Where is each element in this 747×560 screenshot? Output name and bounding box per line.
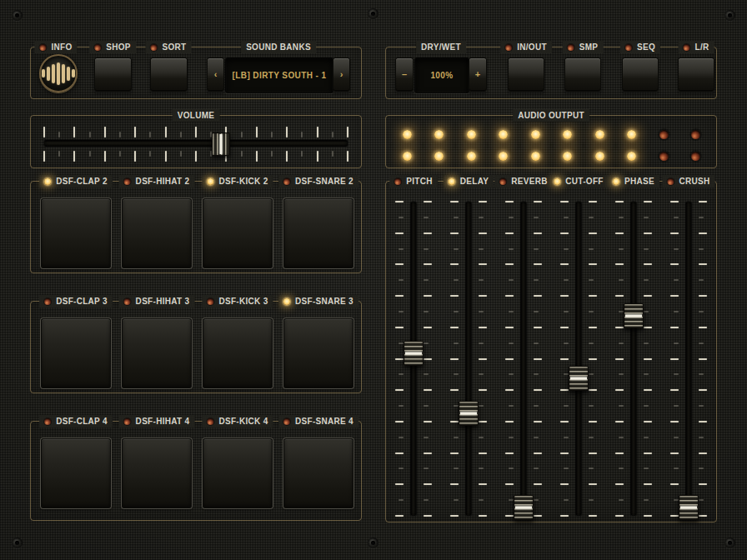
sort-led-icon xyxy=(151,44,158,51)
tick xyxy=(505,515,514,517)
volume-track[interactable] xyxy=(44,140,348,147)
tick xyxy=(619,279,624,281)
audio-output-led-icon xyxy=(403,130,412,139)
tick xyxy=(560,232,569,234)
waveform-icon xyxy=(62,64,65,83)
tick xyxy=(89,151,91,157)
minus-icon: – xyxy=(402,70,407,79)
tick xyxy=(589,389,597,391)
smp-button[interactable] xyxy=(564,58,601,92)
drum-pad[interactable] xyxy=(41,318,111,388)
drum-pad[interactable] xyxy=(203,198,273,268)
tick xyxy=(534,421,542,422)
sound-bank-prev-button[interactable]: ‹ xyxy=(207,58,224,92)
tick xyxy=(134,151,136,162)
tick xyxy=(589,437,594,438)
slider-track[interactable] xyxy=(576,202,582,516)
slider-track[interactable] xyxy=(466,202,472,516)
drum-pad[interactable] xyxy=(122,318,192,388)
tick xyxy=(509,279,514,281)
pitch-led-icon xyxy=(394,178,401,185)
tick xyxy=(450,327,459,328)
pad-group-row-4: DSF-CLAP 4DSF-HIHAT 4DSF-KICK 4DSF-SNARE… xyxy=(30,421,362,521)
pad-legend: DSF-SNARE 2 xyxy=(278,175,358,188)
tick xyxy=(43,151,45,162)
dry-wet-value: 100% xyxy=(430,71,453,80)
sort-button[interactable] xyxy=(150,58,188,92)
audio-output-led-icon xyxy=(434,130,444,139)
seq-button[interactable] xyxy=(622,58,659,92)
drum-pad[interactable] xyxy=(122,198,192,268)
pad-led-icon xyxy=(124,418,131,425)
tick xyxy=(479,405,484,407)
pad-label: DSF-KICK 4 xyxy=(218,415,268,428)
sound-bank-next-button[interactable]: › xyxy=(333,58,350,92)
volume-handle[interactable] xyxy=(212,132,230,156)
tick xyxy=(560,358,569,360)
dry-wet-plus-button[interactable]: + xyxy=(469,58,487,92)
slider-handle[interactable] xyxy=(459,401,479,426)
slider-track[interactable] xyxy=(631,202,637,516)
tick xyxy=(286,151,288,162)
slider-track[interactable] xyxy=(521,202,527,516)
in-out-button[interactable] xyxy=(508,58,544,92)
tick xyxy=(619,437,624,438)
tick xyxy=(395,421,404,422)
slider-handle[interactable] xyxy=(624,303,644,328)
waveform-icon xyxy=(47,67,50,81)
info-legend: INFO xyxy=(34,41,77,53)
tick xyxy=(454,279,459,281)
tick xyxy=(479,327,487,328)
top-right-controls-group: DRY/WET IN/OUT SMP SEQ L/R – 100% + xyxy=(385,47,717,99)
waveform-icon xyxy=(67,67,70,81)
drum-pad[interactable] xyxy=(283,318,353,388)
pad-label: DSF-HIHAT 4 xyxy=(136,415,190,428)
slider-handle[interactable] xyxy=(569,366,589,391)
slider-handle[interactable] xyxy=(514,495,534,520)
tick xyxy=(509,342,514,344)
tick xyxy=(479,201,487,202)
pad-legend: DSF-KICK 2 xyxy=(202,175,273,188)
lr-button[interactable] xyxy=(678,58,714,92)
cutoff-label: CUT-OFF xyxy=(565,175,603,188)
tick xyxy=(644,311,649,312)
tick xyxy=(479,499,484,501)
drum-pad[interactable] xyxy=(203,318,273,388)
drum-pad[interactable] xyxy=(283,438,353,508)
tick xyxy=(73,151,75,162)
slider-handle[interactable] xyxy=(404,341,424,366)
tick xyxy=(104,127,106,138)
drum-pad[interactable] xyxy=(283,198,353,268)
tick xyxy=(450,295,459,297)
dry-wet-minus-button[interactable]: – xyxy=(395,58,414,92)
tick xyxy=(589,483,597,485)
tick xyxy=(589,217,594,218)
tick xyxy=(564,437,569,438)
dry-wet-label: DRY/WET xyxy=(421,41,461,53)
tick xyxy=(399,468,404,469)
drum-pad[interactable] xyxy=(41,438,111,508)
drum-pad[interactable] xyxy=(41,198,111,268)
tick xyxy=(58,132,60,138)
tick xyxy=(256,127,258,138)
shop-button[interactable] xyxy=(94,58,132,92)
tick xyxy=(670,263,679,265)
tick xyxy=(534,263,542,265)
tick xyxy=(399,248,404,250)
drum-machine-panel: INFO SHOP SORT SOUND BANKS ‹ [LB] DIRTY … xyxy=(0,0,747,560)
slider-track[interactable] xyxy=(686,202,692,516)
crush-led-icon xyxy=(667,178,674,185)
pad-led-icon xyxy=(283,298,290,305)
drum-pad[interactable] xyxy=(203,438,273,508)
slider-handle[interactable] xyxy=(679,495,699,520)
waveform-icon xyxy=(57,62,60,85)
logo-button[interactable] xyxy=(39,54,78,92)
tick xyxy=(619,468,624,469)
audio-output-led-icon xyxy=(531,152,540,161)
tick xyxy=(399,437,404,438)
audio-output-led-icon xyxy=(403,152,412,161)
pitch-label: PITCH xyxy=(406,175,433,188)
screw-icon xyxy=(12,10,23,21)
drum-pad[interactable] xyxy=(122,438,192,508)
tick xyxy=(479,279,484,281)
